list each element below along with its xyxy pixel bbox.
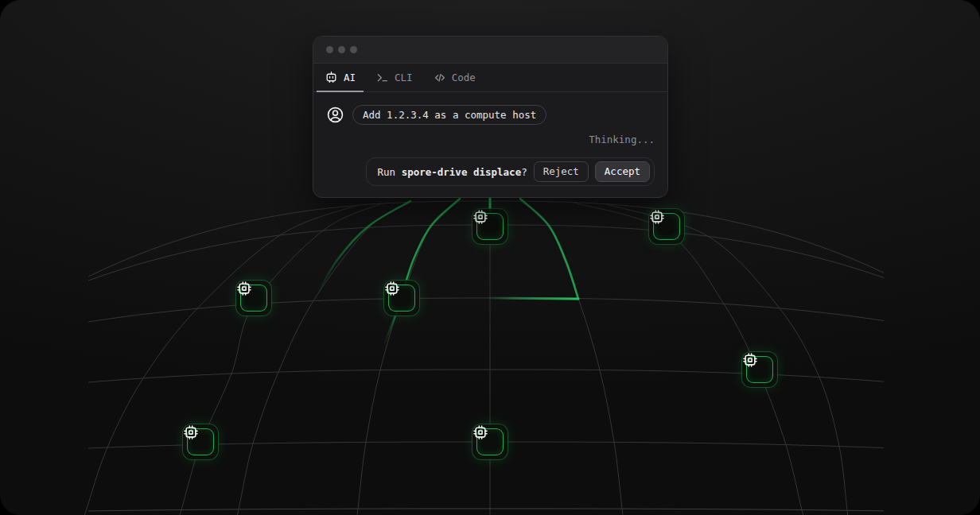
- tab-code-label: Code: [452, 72, 476, 83]
- user-message-bubble: Add 1.2.3.4 as a compute host: [352, 105, 546, 125]
- tab-code[interactable]: Code: [426, 64, 484, 91]
- tab-cli[interactable]: CLI: [368, 64, 421, 91]
- window-dot: [350, 46, 357, 53]
- code-icon: [434, 72, 446, 84]
- terminal-icon: [376, 72, 389, 84]
- cpu-icon: [384, 281, 400, 296]
- action-prompt-text: Run spore-drive displace?: [378, 166, 527, 178]
- tab-cli-label: CLI: [395, 72, 413, 83]
- compute-node[interactable]: [472, 208, 508, 245]
- chat-area: Add 1.2.3.4 as a compute host Thinking..…: [313, 92, 667, 197]
- compute-node[interactable]: [182, 424, 219, 460]
- window-titlebar[interactable]: [313, 37, 667, 64]
- compute-node-core: [653, 213, 680, 240]
- tab-ai[interactable]: AI: [317, 64, 364, 91]
- compute-node[interactable]: [648, 208, 685, 245]
- status-text: Thinking...: [326, 134, 655, 145]
- user-message-row: Add 1.2.3.4 as a compute host: [326, 105, 655, 125]
- user-avatar-icon: [326, 106, 344, 124]
- cpu-icon: [183, 424, 199, 440]
- compute-node[interactable]: [741, 351, 778, 388]
- compute-node-core: [476, 428, 504, 455]
- cpu-icon: [649, 209, 665, 225]
- app-panel: AI CLI Code: [0, 0, 980, 515]
- reject-button[interactable]: Reject: [534, 161, 589, 182]
- compute-node[interactable]: [472, 424, 508, 460]
- cpu-icon: [472, 209, 488, 225]
- cpu-icon: [472, 424, 488, 440]
- window-dot: [338, 46, 345, 53]
- command-text: spore-drive displace: [402, 166, 522, 178]
- cpu-icon: [236, 281, 252, 296]
- compute-node-core: [187, 428, 214, 455]
- bot-icon: [325, 71, 338, 84]
- compute-node-core: [476, 213, 504, 240]
- action-prompt: Run spore-drive displace? Reject Accept: [366, 157, 655, 186]
- green-route-path: [520, 199, 578, 299]
- compute-node-core: [746, 356, 773, 383]
- assistant-window: AI CLI Code: [313, 36, 668, 198]
- accept-button[interactable]: Accept: [595, 161, 650, 182]
- compute-node-core: [388, 285, 415, 312]
- cpu-icon: [742, 352, 758, 368]
- green-route-path: [485, 298, 578, 299]
- action-prompt-row: Run spore-drive displace? Reject Accept: [326, 157, 655, 186]
- tab-ai-label: AI: [344, 72, 356, 83]
- compute-node-core: [240, 285, 267, 312]
- compute-node[interactable]: [235, 280, 272, 316]
- tabbar: AI CLI Code: [313, 64, 667, 92]
- window-dot: [326, 46, 333, 53]
- compute-node[interactable]: [383, 280, 420, 316]
